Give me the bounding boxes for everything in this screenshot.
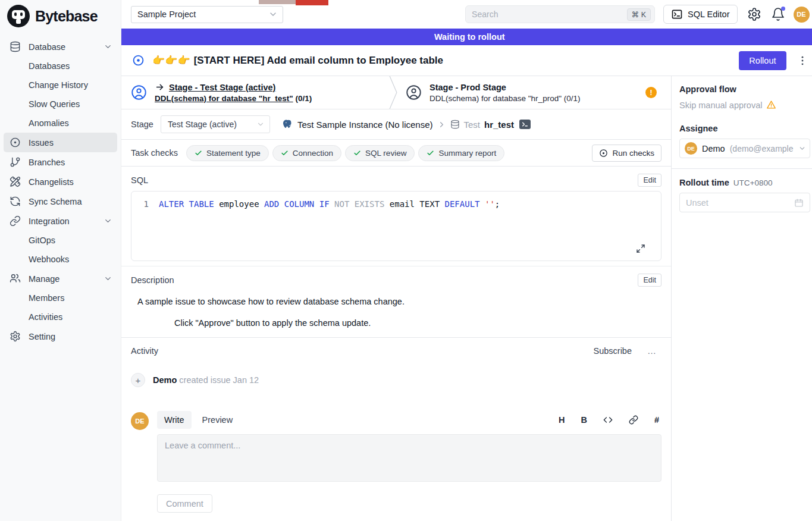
comment-submit-button[interactable]: Comment bbox=[157, 494, 212, 513]
chevron-down-icon[interactable] bbox=[104, 42, 112, 51]
more-menu-icon[interactable]: … bbox=[647, 346, 657, 356]
plus-icon: + bbox=[131, 373, 145, 387]
terminal-icon bbox=[671, 8, 683, 20]
check-label: Statement type bbox=[206, 149, 261, 158]
rollout-time-input[interactable]: Unset bbox=[679, 193, 810, 212]
project-select[interactable]: Sample Project bbox=[131, 6, 283, 23]
subscribe-button[interactable]: Subscribe bbox=[594, 346, 632, 356]
check-sql-review[interactable]: SQL review bbox=[345, 145, 415, 161]
stage-strip: Stage - Test Stage (active) DDL(schema) … bbox=[121, 76, 671, 109]
sidebar-item-databases[interactable]: Databases bbox=[4, 57, 117, 76]
stage-card-prod[interactable]: Stage - Prod Stage DDL(schema) for datab… bbox=[397, 76, 645, 109]
rollout-button[interactable]: Rollout bbox=[739, 51, 786, 70]
activity-item-text: Demo created issue Jan 12 bbox=[153, 375, 259, 385]
sidebar-item-anomalies[interactable]: Anomalies bbox=[4, 114, 117, 133]
description-line: Click "Approve" button to apply the sche… bbox=[174, 318, 661, 328]
search-box[interactable]: ⌘ K bbox=[465, 5, 655, 23]
comment-tabs: Write Preview H B # bbox=[157, 411, 661, 429]
gear-icon bbox=[10, 331, 21, 342]
check-icon bbox=[353, 149, 361, 157]
stage-selector-row: Stage Test Stage (active) Test Sample In… bbox=[121, 109, 671, 140]
sidebar-item-change-history[interactable]: Change History bbox=[4, 76, 117, 95]
activity-item: + Demo created issue Jan 12 bbox=[131, 373, 661, 387]
chevron-down-icon[interactable] bbox=[104, 274, 112, 283]
check-statement-type[interactable]: Statement type bbox=[186, 145, 269, 161]
user-avatar[interactable]: DE bbox=[794, 7, 810, 23]
sql-editor-button[interactable]: SQL Editor bbox=[663, 5, 737, 24]
bytebase-logo[interactable]: Bytebase bbox=[0, 0, 121, 31]
sidebar-item-label: Change History bbox=[29, 80, 88, 90]
issue-title-text: [START HERE] Add email column to Employe… bbox=[194, 55, 443, 66]
sidebar-item-setting[interactable]: Setting bbox=[4, 327, 117, 346]
description-section-title: Description bbox=[131, 275, 174, 285]
warning-triangle-icon[interactable] bbox=[766, 100, 776, 110]
sidebar-item-sync-schema[interactable]: Sync Schema bbox=[4, 192, 117, 211]
check-icon bbox=[281, 149, 289, 157]
sidebar-item-label: Sync Schema bbox=[29, 197, 81, 206]
instance-name[interactable]: Test Sample Instance (No license) bbox=[297, 120, 433, 130]
sidebar-item-webhooks[interactable]: Webhooks bbox=[4, 250, 117, 269]
stage-task-label: DDL(schema) for database "hr_prod" bbox=[429, 94, 562, 103]
sidebar-item-slow-queries[interactable]: Slow Queries bbox=[4, 95, 117, 114]
open-sql-editor-icon[interactable] bbox=[519, 120, 531, 129]
main-column: Sample Project ⌘ K SQL Editor DE Waiting… bbox=[121, 0, 812, 521]
fullscreen-expand-icon[interactable] bbox=[636, 244, 645, 253]
sidebar-item-label: Slow Queries bbox=[29, 99, 80, 109]
stage-task[interactable]: DDL(schema) for database "hr_test" (0/1) bbox=[155, 94, 312, 103]
stage-user-icon bbox=[406, 84, 422, 101]
sidebar-item-manage[interactable]: Manage bbox=[4, 269, 117, 288]
check-summary-report[interactable]: Summary report bbox=[418, 145, 504, 161]
stage-separator bbox=[389, 76, 397, 109]
run-checks-button[interactable]: Run checks bbox=[592, 145, 661, 162]
comment-input[interactable] bbox=[157, 434, 661, 482]
sidebar-item-issues[interactable]: Issues bbox=[4, 133, 117, 152]
bell-icon[interactable] bbox=[771, 7, 785, 21]
sidebar-item-database[interactable]: Database bbox=[4, 37, 117, 57]
assignee-select[interactable]: DE Demo (demo@example bbox=[679, 139, 810, 158]
description-section: Description Edit A sample issue to showc… bbox=[121, 266, 671, 337]
sidebar-item-branches[interactable]: Branches bbox=[4, 152, 117, 172]
sidebar-item-label: Anomalies bbox=[29, 118, 69, 128]
description-edit-button[interactable]: Edit bbox=[638, 274, 661, 287]
stage-select[interactable]: Test Stage (active) bbox=[161, 115, 270, 133]
attention-badge: ! bbox=[645, 87, 657, 98]
tab-preview[interactable]: Preview bbox=[195, 411, 240, 429]
check-label: Summary report bbox=[438, 149, 496, 158]
database-name[interactable]: hr_test bbox=[484, 120, 514, 130]
heading-button[interactable]: H bbox=[559, 415, 565, 425]
line-number: 1 bbox=[131, 199, 159, 209]
sidebar-item-changelists[interactable]: Changelists bbox=[4, 172, 117, 192]
check-connection[interactable]: Connection bbox=[272, 145, 341, 161]
sidebar-item-activities[interactable]: Activities bbox=[4, 307, 117, 327]
sidebar-item-gitops[interactable]: GitOps bbox=[4, 231, 117, 250]
code-icon[interactable] bbox=[603, 415, 613, 425]
sidebar-item-label: Branches bbox=[29, 158, 65, 167]
activity-action: created issue Jan 12 bbox=[179, 375, 259, 385]
stage-task[interactable]: DDL(schema) for database "hr_prod" (0/1) bbox=[429, 94, 580, 103]
hash-button[interactable]: # bbox=[654, 415, 659, 425]
sidebar-item-members[interactable]: Members bbox=[4, 288, 117, 307]
pencil-ruler-icon bbox=[10, 176, 21, 187]
kebab-menu-icon[interactable] bbox=[797, 55, 808, 67]
sql-editor[interactable]: 1 ALTER TABLE employee ADD COLUMN IF NOT… bbox=[131, 191, 661, 261]
link-icon[interactable] bbox=[629, 415, 638, 425]
bold-button[interactable]: B bbox=[581, 415, 587, 425]
bytebase-logo-icon bbox=[7, 5, 30, 27]
search-input[interactable] bbox=[472, 10, 627, 19]
issue-title: 👉👉👉[START HERE] Add email column to Empl… bbox=[152, 54, 443, 67]
comment-editor: DE Write Preview H B # bbox=[131, 411, 661, 484]
stage-card-test[interactable]: Stage - Test Stage (active) DDL(schema) … bbox=[121, 76, 389, 109]
gear-icon[interactable] bbox=[747, 7, 761, 21]
sidebar-item-label: Manage bbox=[29, 274, 59, 284]
sync-refresh-icon bbox=[10, 196, 21, 207]
chevron-down-icon bbox=[798, 145, 806, 152]
assignee-name: Demo bbox=[702, 144, 725, 153]
sql-statement: ALTER TABLE employee ADD COLUMN IF NOT E… bbox=[159, 199, 500, 209]
sidebar-item-integration[interactable]: Integration bbox=[4, 211, 117, 231]
tab-write[interactable]: Write bbox=[157, 411, 192, 429]
sql-edit-button[interactable]: Edit bbox=[638, 174, 661, 187]
approval-flow-title: Approval flow bbox=[679, 84, 810, 94]
link-icon bbox=[10, 215, 21, 227]
chevron-down-icon[interactable] bbox=[104, 216, 112, 225]
sidebar-item-label: Integration bbox=[29, 216, 70, 226]
